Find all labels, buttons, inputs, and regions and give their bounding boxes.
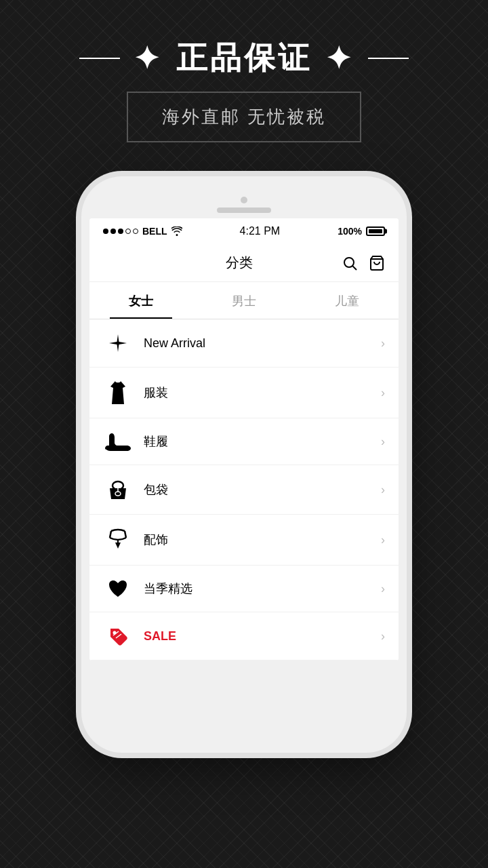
title-decoration-right: ✦	[325, 40, 409, 77]
header-title: ✦ 正品保证 ✦	[41, 37, 447, 79]
signal-dot-3	[118, 229, 123, 234]
header-subtitle-box: 海外直邮 无忧被税	[127, 92, 361, 142]
signal-dot-5	[133, 229, 138, 234]
chevron-right-icon-5: ›	[381, 533, 385, 547]
nav-title: 分类	[137, 254, 342, 272]
heart-icon	[103, 579, 133, 598]
battery-fill	[369, 229, 382, 233]
header-area: ✦ 正品保证 ✦ 海外直邮 无忧被税	[0, 0, 488, 170]
menu-item-accessories[interactable]: 配饰 ›	[89, 515, 399, 566]
header-title-text: 正品保证	[176, 37, 312, 79]
tab-children-label: 儿童	[335, 294, 359, 308]
title-decoration-left: ✦	[79, 40, 163, 77]
cart-icon[interactable]	[369, 255, 385, 271]
chevron-right-icon-6: ›	[381, 582, 385, 596]
signal-dots	[103, 229, 138, 234]
battery-icon	[366, 226, 385, 236]
carrier-label: BELL	[142, 226, 167, 237]
svg-line-1	[353, 266, 357, 270]
signal-dot-2	[110, 229, 116, 234]
phone-top-bar	[84, 190, 404, 218]
phone-camera	[241, 197, 247, 203]
menu-item-clothing[interactable]: 服装 ›	[89, 368, 399, 418]
battery-percent: 100%	[338, 226, 362, 237]
chevron-right-icon-2: ›	[381, 386, 385, 400]
tab-children[interactable]: 儿童	[296, 282, 399, 319]
menu-label-new-arrival: New Arrival	[144, 336, 381, 351]
menu-label-clothing: 服装	[144, 384, 381, 401]
status-right: 100%	[338, 226, 385, 237]
chevron-right-icon-3: ›	[381, 435, 385, 449]
bag-icon	[103, 479, 133, 500]
heel-icon	[103, 432, 133, 451]
menu-item-shoes[interactable]: 鞋履 ›	[89, 418, 399, 465]
svg-line-6	[110, 531, 111, 538]
tab-women-label: 女士	[129, 294, 153, 308]
search-icon[interactable]	[342, 255, 358, 271]
nav-bar: 分类	[89, 244, 399, 282]
status-time: 4:21 PM	[240, 225, 281, 237]
menu-list: New Arrival › 服装 ›	[89, 319, 399, 660]
wifi-icon	[171, 226, 182, 236]
menu-label-sale: SALE	[144, 629, 381, 644]
menu-item-sale[interactable]: SALE ›	[89, 612, 399, 660]
phone-screen: BELL 4:21 PM 100%	[89, 218, 399, 660]
header-subtitle-text: 海外直邮 无忧被税	[162, 106, 326, 127]
dress-icon	[103, 381, 133, 404]
sparkle-icon	[103, 333, 133, 353]
necklace-icon	[103, 528, 133, 551]
phone-mockup-container: BELL 4:21 PM 100%	[0, 176, 488, 753]
svg-line-7	[125, 531, 126, 538]
tab-men[interactable]: 男士	[192, 282, 296, 319]
nav-icons	[342, 255, 385, 271]
menu-item-season[interactable]: 当季精选 ›	[89, 566, 399, 612]
signal-dot-4	[125, 229, 131, 234]
chevron-right-icon-7: ›	[381, 629, 385, 644]
signal-dot-1	[103, 229, 108, 234]
phone-mockup: BELL 4:21 PM 100%	[81, 176, 407, 753]
menu-item-new-arrival[interactable]: New Arrival ›	[89, 319, 399, 368]
svg-point-0	[344, 258, 354, 267]
tab-bar: 女士 男士 儿童	[89, 282, 399, 319]
phone-speaker	[217, 208, 271, 213]
title-line-right	[368, 58, 409, 59]
menu-label-bags: 包袋	[144, 481, 381, 498]
status-left: BELL	[103, 226, 182, 237]
menu-label-season: 当季精选	[144, 580, 381, 597]
status-bar: BELL 4:21 PM 100%	[89, 218, 399, 244]
menu-item-bags[interactable]: 包袋 ›	[89, 465, 399, 515]
title-line-left	[79, 58, 120, 59]
menu-label-shoes: 鞋履	[144, 433, 381, 450]
chevron-right-icon-4: ›	[381, 483, 385, 497]
sale-tag-icon	[103, 626, 133, 646]
menu-label-accessories: 配饰	[144, 532, 381, 548]
chevron-right-icon: ›	[381, 336, 385, 351]
tab-men-label: 男士	[232, 294, 256, 308]
tab-women[interactable]: 女士	[89, 282, 192, 319]
